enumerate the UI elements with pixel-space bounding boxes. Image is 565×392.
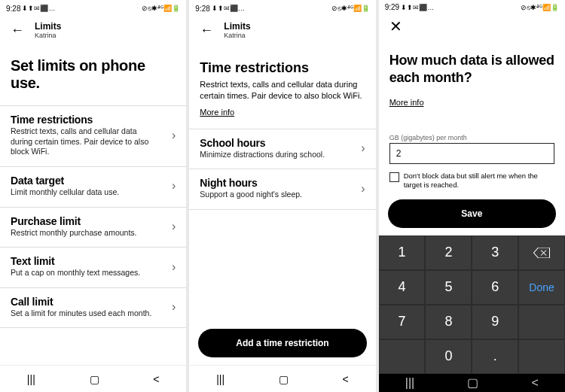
key-dot[interactable]: . bbox=[472, 339, 518, 374]
status-icons-right: ⊘⎋✱⁴ᴳ📶🔋 bbox=[521, 4, 559, 11]
key-0[interactable]: 0 bbox=[425, 339, 472, 374]
android-nav: ||| ▢ < bbox=[0, 365, 186, 392]
status-icons-left: ⬇⬆✉⬛… bbox=[401, 4, 434, 11]
limits-list: Time restrictionsRestrict texts, calls a… bbox=[0, 105, 186, 328]
key-empty bbox=[379, 339, 426, 374]
recent-apps-icon[interactable]: ||| bbox=[216, 373, 224, 385]
row-sub: Restrict monthly purchase amounts. bbox=[11, 228, 137, 239]
status-bar: 9:28 ⬇⬆✉⬛… ⊘⎋✱⁴ᴳ📶🔋 bbox=[189, 0, 375, 17]
android-nav: ||| ▢ < bbox=[189, 365, 375, 392]
data-amount-input[interactable]: 2 bbox=[389, 143, 554, 164]
key-9[interactable]: 9 bbox=[472, 305, 518, 339]
key-done[interactable]: Done bbox=[518, 270, 565, 305]
close-icon[interactable]: ✕ bbox=[389, 19, 402, 34]
android-nav: ||| ▢ < bbox=[379, 374, 565, 392]
home-icon[interactable]: ▢ bbox=[90, 373, 99, 385]
screen-limits-list: 9:28 ⬇⬆✉⬛… ⊘⎋✱⁴ᴳ📶🔋 ← Limits Katrina Set … bbox=[0, 0, 186, 392]
row-sub: Support a good night's sleep. bbox=[200, 190, 302, 200]
key-3[interactable]: 3 bbox=[472, 236, 518, 270]
add-restriction-button[interactable]: Add a time restriction bbox=[198, 329, 366, 357]
input-label: GB (gigabytes) per month bbox=[379, 119, 565, 143]
row-sub: Minimize distractions during school. bbox=[200, 150, 325, 160]
status-bar: 9:29 ⬇⬆✉⬛… ⊘⎋✱⁴ᴳ📶🔋 bbox=[379, 0, 565, 14]
clock: 9:29 bbox=[385, 3, 399, 11]
screen-time-restrictions: 9:28 ⬇⬆✉⬛… ⊘⎋✱⁴ᴳ📶🔋 ← Limits Katrina Time… bbox=[189, 0, 375, 392]
header-subtitle: Katrina bbox=[224, 32, 250, 39]
chevron-right-icon: › bbox=[361, 141, 365, 155]
home-icon[interactable]: ▢ bbox=[467, 375, 478, 390]
row-text-limit[interactable]: Text limitPut a cap on monthly text mess… bbox=[0, 248, 186, 288]
row-purchase-limit[interactable]: Purchase limitRestrict monthly purchase … bbox=[0, 208, 186, 248]
row-sub: Restrict texts, calls and cellular data … bbox=[11, 126, 154, 157]
screen-data-allowed: 9:29 ⬇⬆✉⬛… ⊘⎋✱⁴ᴳ📶🔋 ✕ How much data is al… bbox=[379, 0, 565, 392]
row-data-target[interactable]: Data targetLimit monthly cellular data u… bbox=[0, 167, 186, 208]
app-header: ← Limits Katrina bbox=[0, 17, 186, 45]
row-sub: Put a cap on monthly text messages. bbox=[11, 268, 140, 278]
row-title: Time restrictions bbox=[11, 114, 154, 126]
row-title: Text limit bbox=[11, 255, 140, 267]
numeric-keypad: 1 2 3 4 5 6 Done 7 8 9 0 . bbox=[379, 236, 565, 374]
status-icons-right: ⊘⎋✱⁴ᴳ📶🔋 bbox=[331, 5, 370, 12]
status-icons-right: ⊘⎋✱⁴ᴳ📶🔋 bbox=[142, 5, 180, 12]
key-4[interactable]: 4 bbox=[379, 270, 426, 305]
header-text: Limits Katrina bbox=[224, 21, 250, 39]
chevron-right-icon: › bbox=[172, 129, 176, 142]
status-bar: 9:28 ⬇⬆✉⬛… ⊘⎋✱⁴ᴳ📶🔋 bbox=[0, 0, 186, 17]
row-night-hours[interactable]: Night hoursSupport a good night's sleep.… bbox=[189, 169, 375, 210]
chevron-right-icon: › bbox=[361, 182, 365, 196]
header-subtitle: Katrina bbox=[35, 32, 61, 39]
row-title: Purchase limit bbox=[11, 215, 137, 227]
key-empty bbox=[518, 339, 565, 374]
status-icons-left: ⬇⬆✉⬛… bbox=[212, 5, 245, 12]
chevron-right-icon: › bbox=[172, 260, 176, 274]
header-text: Limits Katrina bbox=[35, 21, 61, 39]
row-title: Night hours bbox=[200, 177, 302, 189]
alert-only-checkbox-row[interactable]: Don't block data but still alert me when… bbox=[379, 164, 565, 199]
key-backspace[interactable] bbox=[518, 236, 565, 270]
row-sub: Limit monthly cellular data use. bbox=[11, 187, 119, 198]
key-2[interactable]: 2 bbox=[425, 236, 472, 270]
row-title: School hours bbox=[200, 137, 325, 149]
time-presets-list: School hoursMinimize distractions during… bbox=[189, 129, 375, 210]
row-time-restrictions[interactable]: Time restrictionsRestrict texts, calls a… bbox=[0, 106, 186, 167]
back-icon[interactable]: ← bbox=[11, 23, 24, 37]
key-8[interactable]: 8 bbox=[425, 305, 472, 339]
key-1[interactable]: 1 bbox=[379, 236, 426, 270]
page-title: Set limits on phone use. bbox=[0, 45, 186, 105]
back-nav-icon[interactable]: < bbox=[343, 373, 349, 385]
clock: 9:28 bbox=[6, 5, 20, 13]
checkbox-label: Don't block data but still alert me when… bbox=[404, 172, 554, 190]
status-icons-left: ⬇⬆✉⬛… bbox=[22, 5, 55, 12]
key-6[interactable]: 6 bbox=[472, 270, 518, 305]
header-title: Limits bbox=[224, 21, 250, 32]
page-subtitle: Restrict texts, calls and cellular data … bbox=[189, 79, 375, 106]
chevron-right-icon: › bbox=[172, 179, 176, 193]
more-info-link[interactable]: More info bbox=[189, 106, 375, 129]
key-empty bbox=[518, 305, 565, 339]
home-icon[interactable]: ▢ bbox=[279, 373, 289, 385]
page-title: Time restrictions bbox=[189, 45, 375, 79]
back-icon[interactable]: ← bbox=[200, 23, 213, 37]
row-sub: Set a limit for minutes used each month. bbox=[11, 308, 151, 319]
header-title: Limits bbox=[35, 21, 61, 32]
row-title: Data target bbox=[11, 175, 119, 187]
row-call-limit[interactable]: Call limitSet a limit for minutes used e… bbox=[0, 288, 186, 329]
chevron-right-icon: › bbox=[172, 220, 176, 233]
back-nav-icon[interactable]: < bbox=[532, 376, 539, 390]
recent-apps-icon[interactable]: ||| bbox=[405, 376, 414, 390]
row-school-hours[interactable]: School hoursMinimize distractions during… bbox=[189, 129, 375, 170]
clock: 9:28 bbox=[195, 5, 209, 13]
key-7[interactable]: 7 bbox=[379, 305, 426, 339]
more-info-link[interactable]: More info bbox=[379, 96, 565, 119]
recent-apps-icon[interactable]: ||| bbox=[27, 373, 35, 385]
app-header: ✕ bbox=[379, 14, 565, 40]
app-header: ← Limits Katrina bbox=[189, 17, 375, 45]
checkbox-icon[interactable] bbox=[389, 172, 399, 182]
key-5[interactable]: 5 bbox=[425, 270, 472, 305]
row-title: Call limit bbox=[11, 296, 151, 308]
page-title: How much data is allowed each month? bbox=[379, 40, 565, 96]
save-button[interactable]: Save bbox=[388, 199, 556, 228]
back-nav-icon[interactable]: < bbox=[153, 373, 159, 385]
chevron-right-icon: › bbox=[172, 300, 176, 314]
